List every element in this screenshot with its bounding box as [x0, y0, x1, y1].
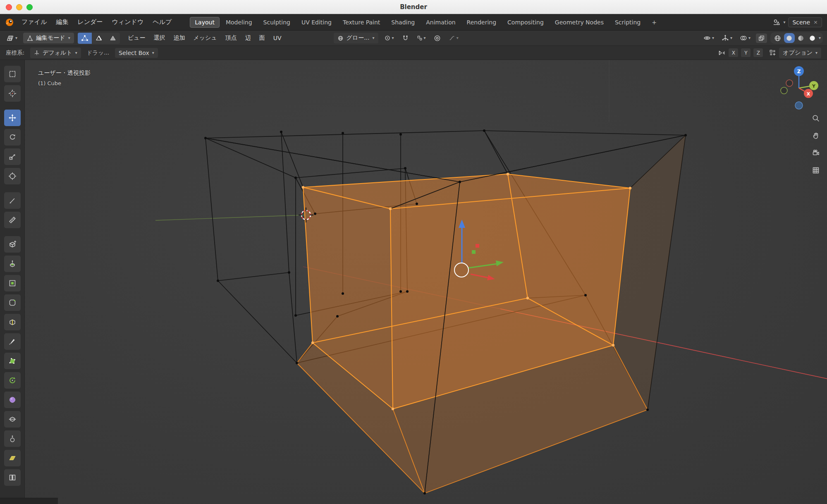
tab-sculpting[interactable]: Sculpting — [258, 17, 295, 28]
tool-add-cube[interactable] — [4, 236, 21, 253]
chevron-down-icon[interactable]: ▾ — [783, 20, 785, 24]
tool-shear[interactable] — [4, 450, 21, 466]
tool-spin[interactable] — [4, 372, 21, 389]
nav-axis-minus-z[interactable] — [795, 102, 803, 109]
tool-loop-cut[interactable] — [4, 314, 21, 330]
nav-gizmo[interactable]: Z Y X — [781, 66, 818, 109]
tab-geometry-nodes[interactable]: Geometry Nodes — [550, 17, 609, 28]
3d-viewport[interactable]: Z Y X ユーザー・透視投影 (1) Cube — [0, 60, 827, 504]
mode-dropdown[interactable]: 編集モード ▾ — [23, 33, 74, 43]
mirror-z-toggle[interactable]: Z — [753, 48, 763, 57]
menu-window[interactable]: ウィンドウ — [108, 17, 148, 28]
menu-vertex[interactable]: 頂点 — [225, 34, 237, 42]
toggle-ortho-button[interactable] — [809, 163, 823, 177]
tool-annotate[interactable] — [4, 192, 21, 209]
close-button[interactable] — [6, 4, 12, 10]
tool-select-box[interactable] — [4, 66, 21, 82]
menu-edit[interactable]: 編集 — [52, 17, 72, 28]
blender-logo-icon[interactable] — [5, 18, 14, 27]
scene-icon[interactable] — [773, 19, 780, 26]
pan-view-button[interactable] — [809, 129, 823, 143]
snap-toggle[interactable] — [400, 33, 411, 43]
menu-face[interactable]: 面 — [259, 34, 265, 42]
nav-axis-plus-x[interactable]: X — [804, 89, 813, 98]
mirror-y-toggle[interactable]: Y — [741, 48, 751, 57]
minimize-button[interactable] — [16, 4, 22, 10]
nav-axis-plus-z[interactable]: Z — [794, 66, 804, 76]
zoom-view-button[interactable] — [809, 111, 823, 125]
nav-axis-minus-y[interactable] — [781, 87, 787, 94]
zoom-button[interactable] — [26, 4, 33, 10]
tab-shading[interactable]: Shading — [386, 17, 420, 28]
tool-smooth[interactable] — [4, 392, 21, 408]
mirror-x-toggle[interactable]: X — [729, 48, 738, 57]
nav-axis-minus-x[interactable] — [786, 80, 793, 86]
camera-view-button[interactable] — [809, 146, 823, 160]
menu-select[interactable]: 選択 — [153, 34, 165, 42]
workspace-tabs: Layout Modeling Sculpting UV Editing Tex… — [190, 17, 662, 28]
tab-scripting[interactable]: Scripting — [610, 17, 645, 28]
chevron-down-icon[interactable]: ▾ — [819, 36, 821, 40]
gizmo-plane-handle-x[interactable] — [476, 244, 479, 248]
menu-render[interactable]: レンダー — [73, 17, 107, 28]
proportional-falloff-dropdown[interactable]: ▾ — [447, 33, 461, 43]
menu-file[interactable]: ファイル — [17, 17, 51, 28]
menu-uv[interactable]: UV — [273, 35, 282, 41]
pivot-point-dropdown[interactable]: ▾ — [382, 33, 396, 43]
tool-measure[interactable] — [4, 212, 21, 228]
gizmo-plane-handle-y[interactable] — [472, 250, 476, 254]
tool-extrude-region[interactable] — [4, 256, 21, 272]
tool-shrink-fatten[interactable] — [4, 430, 21, 447]
nav-axis-plus-y[interactable]: Y — [809, 81, 818, 90]
tool-bevel[interactable] — [4, 294, 21, 311]
visibility-dropdown[interactable]: ▾ — [701, 33, 716, 43]
menu-help[interactable]: ヘルプ — [148, 17, 176, 28]
tab-rendering[interactable]: Rendering — [462, 17, 502, 28]
unlink-scene-icon[interactable]: × — [813, 19, 818, 25]
menu-edge[interactable]: 辺 — [245, 34, 251, 42]
tool-scale[interactable] — [4, 148, 21, 165]
transform-orientation-dropdown[interactable]: グロー... ▾ — [334, 33, 378, 43]
tool-edge-slide[interactable] — [4, 411, 21, 428]
xray-toggle[interactable] — [756, 33, 767, 43]
active-tool-dropdown[interactable]: Select Box ▾ — [115, 48, 158, 58]
material-preview-button[interactable] — [796, 33, 806, 43]
gizmos-dropdown[interactable]: ▾ — [719, 33, 734, 43]
overlays-dropdown[interactable]: ▾ — [738, 33, 753, 43]
tool-inset-faces[interactable] — [4, 275, 21, 291]
wireframe-shading-button[interactable] — [772, 33, 783, 43]
snap-increment-icon[interactable] — [769, 49, 776, 56]
menu-mesh[interactable]: メッシュ — [193, 34, 217, 42]
solid-shading-button[interactable] — [784, 33, 795, 43]
tab-animation[interactable]: Animation — [421, 17, 460, 28]
vertex-select-button[interactable] — [78, 33, 92, 44]
add-workspace-button[interactable]: + — [647, 17, 662, 28]
selected-faces[interactable] — [297, 135, 686, 493]
tool-rotate[interactable] — [4, 129, 21, 146]
edge-select-button[interactable] — [92, 33, 106, 44]
face-select-button[interactable] — [106, 33, 120, 44]
scene-name-field[interactable]: Scene × — [788, 17, 822, 27]
tool-poly-build[interactable] — [4, 353, 21, 369]
tab-texture-paint[interactable]: Texture Paint — [338, 17, 385, 28]
tab-layout[interactable]: Layout — [190, 17, 220, 28]
snap-settings-dropdown[interactable]: ▾ — [415, 34, 428, 42]
tab-uv-editing[interactable]: UV Editing — [296, 17, 337, 28]
tool-move[interactable] — [4, 110, 21, 126]
tab-compositing[interactable]: Compositing — [502, 17, 549, 28]
tool-knife[interactable] — [4, 333, 21, 350]
rendered-shading-button[interactable] — [807, 33, 818, 43]
proportional-editing-toggle[interactable] — [432, 33, 443, 43]
tool-transform[interactable] — [4, 168, 21, 184]
menu-view[interactable]: ビュー — [128, 34, 146, 42]
coord-system-dropdown[interactable]: デフォルト ▾ — [30, 48, 81, 58]
editor-type-dropdown[interactable]: ▾ — [4, 33, 19, 43]
menu-add[interactable]: 追加 — [173, 34, 185, 42]
chevron-down-icon: ▾ — [75, 51, 77, 55]
tab-modeling[interactable]: Modeling — [221, 17, 257, 28]
tool-rip-region[interactable] — [4, 469, 21, 486]
drag-label[interactable]: ドラッ... — [87, 49, 109, 57]
tool-cursor[interactable] — [4, 85, 21, 102]
options-dropdown[interactable]: オプション ▾ — [779, 48, 821, 58]
viewport-scene[interactable]: Z Y X — [0, 60, 827, 504]
